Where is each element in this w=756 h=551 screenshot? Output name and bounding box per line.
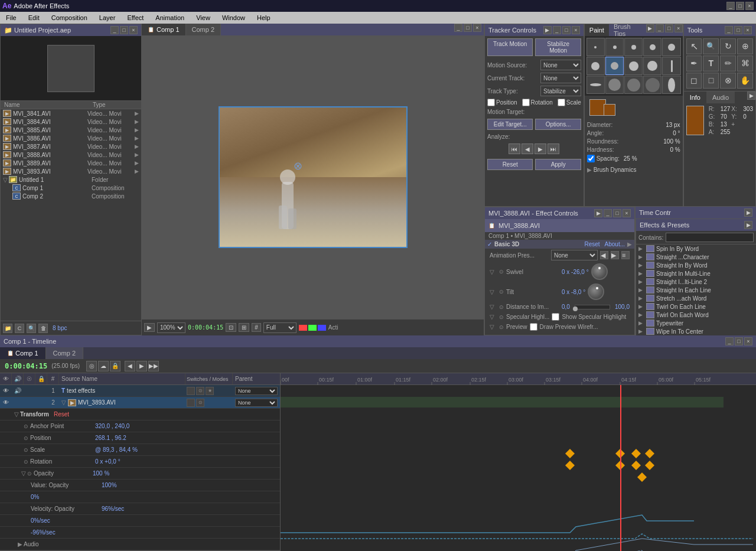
ec-min[interactable]: _: [604, 209, 612, 217]
expand-btn[interactable]: ▽: [61, 399, 66, 406]
comp-min[interactable]: _: [454, 24, 462, 32]
ep-expand[interactable]: ▶: [744, 221, 752, 229]
prop-value[interactable]: 320,0 , 240,0: [95, 423, 129, 429]
ec-close[interactable]: ×: [623, 209, 631, 217]
ep-item[interactable]: ▶ Stretch ...ach Word: [636, 294, 756, 302]
scale-check[interactable]: Scale: [558, 99, 581, 106]
anim-next-btn[interactable]: ▶: [611, 251, 619, 259]
list-item[interactable]: ▶ MVI_3841.AVI Video... Movi ▶: [1, 109, 141, 118]
brush-item[interactable]: [605, 38, 624, 56]
paint-max[interactable]: □: [665, 24, 673, 32]
ep-item[interactable]: ▶ Straight In Multi-Line: [636, 269, 756, 278]
project-max[interactable]: □: [120, 26, 128, 34]
swivel-knob[interactable]: [591, 263, 608, 280]
basic3d-header[interactable]: ✓ Basic 3D Reset About... ▶: [485, 240, 634, 249]
list-item[interactable]: ▶ MVI_3887.AVI Video... Movi ▶: [1, 142, 141, 151]
prop-value[interactable]: 100 %: [93, 470, 109, 477]
brush-item[interactable]: [586, 57, 605, 75]
switch-btn[interactable]: ⊙: [196, 387, 204, 395]
reset-btn[interactable]: Reset: [487, 159, 533, 170]
ep-item[interactable]: ▶ Straight ...Character: [636, 253, 756, 261]
list-item[interactable]: ▽ 📁 Untitled 1 Folder: [1, 175, 141, 184]
list-item[interactable]: ▶ MVI_3884.AVI Video... Movi ▶: [1, 118, 141, 126]
rotation-check[interactable]: Rotation: [522, 99, 553, 106]
sub-value[interactable]: -96%/sec: [31, 529, 56, 536]
info-controls[interactable]: ▶: [747, 92, 755, 103]
close-btn[interactable]: ×: [745, 2, 754, 10]
stabilize-motion-btn[interactable]: Stabilize Motion: [535, 38, 581, 56]
list-item[interactable]: ▶ MVI_3885.AVI Video... Movi ▶: [1, 126, 141, 134]
sub-value[interactable]: 96%/sec: [102, 506, 124, 512]
prop-value[interactable]: 0 x +0,0 °: [95, 458, 120, 465]
ep-item[interactable]: ▶ Wipe In To Center: [636, 327, 756, 335]
ep-item[interactable]: ▶ Twirl On Each Line: [636, 302, 756, 311]
edit-target-btn[interactable]: Edit Target...: [487, 119, 533, 130]
preview-check[interactable]: [530, 323, 537, 331]
anim-prev-btn[interactable]: ◀: [600, 251, 608, 259]
paint-controls[interactable]: ▶ _ □ ×: [646, 24, 683, 36]
comp-viewer-controls[interactable]: _ □ ×: [454, 24, 484, 35]
eye-toggle[interactable]: 👁: [0, 399, 12, 406]
grid-btn[interactable]: #: [252, 323, 261, 332]
brush-item[interactable]: [624, 76, 643, 94]
background-color[interactable]: [604, 104, 615, 116]
menu-help[interactable]: Help: [253, 14, 274, 21]
menu-window[interactable]: Window: [219, 14, 249, 21]
brush-item[interactable]: [605, 76, 624, 94]
tools-min[interactable]: _: [725, 26, 733, 34]
new-comp-btn[interactable]: C: [15, 324, 24, 333]
brush-item[interactable]: [586, 76, 605, 94]
timeline-tab-comp1[interactable]: 📋 Comp 1: [0, 347, 46, 359]
swivel-value[interactable]: 0 x -26,0 °: [562, 269, 589, 275]
slider-handle-left[interactable]: [573, 307, 578, 311]
switch-btn[interactable]: [187, 399, 195, 407]
brush-item[interactable]: [662, 76, 680, 94]
brush-item[interactable]: [643, 38, 662, 56]
quality-select[interactable]: Full Half Quarter: [263, 322, 296, 333]
audio-layer-row[interactable]: ▶ Audio: [0, 539, 280, 550]
ep-item[interactable]: ▶ Typewriter: [636, 319, 756, 327]
tools-close[interactable]: ×: [744, 26, 752, 34]
pen-tool[interactable]: ✒: [686, 56, 702, 71]
tracker-max[interactable]: □: [562, 26, 571, 34]
parent-select[interactable]: None: [235, 399, 278, 407]
ep-search-input[interactable]: [666, 233, 754, 242]
menu-composition[interactable]: Composition: [48, 14, 91, 21]
switch-btn[interactable]: [187, 387, 195, 395]
ep-item[interactable]: ▶ Spin In By Word: [636, 244, 756, 253]
tc-expand[interactable]: ▶: [744, 208, 752, 217]
comp-max[interactable]: □: [464, 24, 472, 32]
rotate-tool[interactable]: ↻: [720, 38, 736, 54]
brush-item[interactable]: [662, 38, 680, 56]
parent-select[interactable]: None: [235, 387, 278, 395]
tracker-close[interactable]: ×: [572, 26, 580, 34]
zoom-select[interactable]: 100% 50% 200%: [157, 322, 185, 333]
tracker-btn[interactable]: ▶: [543, 26, 552, 34]
switch-btn[interactable]: ★: [206, 387, 214, 395]
minimize-btn[interactable]: _: [726, 2, 735, 10]
solo-btn[interactable]: ◎: [86, 361, 97, 371]
timeline-tab-comp2[interactable]: Comp 2: [46, 347, 84, 359]
project-min[interactable]: _: [110, 26, 119, 34]
new-folder-btn[interactable]: 📁: [3, 324, 12, 333]
prop-value[interactable]: 268.1 , 96.2: [95, 435, 126, 441]
brush-dynamics-btn[interactable]: ▶ Brush Dynamics: [585, 165, 683, 174]
audio-toggle[interactable]: 🔊: [12, 387, 24, 394]
switch-btn[interactable]: ⊙: [196, 399, 204, 407]
ep-item[interactable]: ▶ Twirl On Each Word: [636, 311, 756, 319]
analyze-next[interactable]: ▶: [535, 144, 546, 154]
info-expand[interactable]: ▶: [747, 92, 755, 100]
tilt-value[interactable]: 0 x -8,0 °: [562, 289, 585, 295]
spacing-check[interactable]: [587, 155, 595, 162]
brush-item[interactable]: [643, 57, 662, 75]
transform-reset[interactable]: Reset: [54, 411, 69, 418]
about-link[interactable]: About...: [605, 241, 625, 247]
target-crosshair[interactable]: ⊗: [294, 159, 302, 172]
app-window-controls[interactable]: _ □ ×: [726, 2, 754, 10]
analyze-prev-prev[interactable]: ⏮: [509, 144, 520, 154]
ep-controls[interactable]: ▶: [744, 221, 752, 229]
safe-btn[interactable]: ⊞: [239, 323, 249, 332]
distance-slider[interactable]: [575, 305, 610, 309]
reset-link[interactable]: Reset: [584, 241, 599, 247]
paint-btn[interactable]: ▶: [646, 24, 654, 32]
